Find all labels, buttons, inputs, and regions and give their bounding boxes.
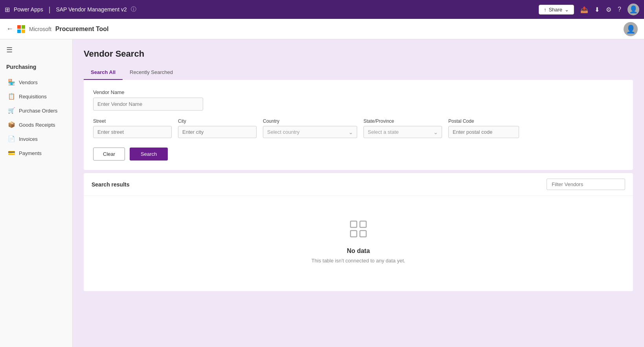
share-chevron-icon: ⌄ bbox=[565, 7, 569, 13]
topbar-app-name: SAP Vendor Management v2 bbox=[56, 6, 127, 13]
download-icon[interactable]: ⬇ bbox=[594, 6, 600, 13]
sidebar-item-label: Invoices bbox=[19, 136, 38, 142]
street-input[interactable] bbox=[93, 126, 172, 138]
search-button[interactable]: Search bbox=[130, 148, 168, 161]
purchase-orders-icon: 🛒 bbox=[8, 107, 15, 114]
sidebar-item-payments[interactable]: 💳 Payments bbox=[2, 146, 71, 160]
share-icon: ↑ bbox=[544, 7, 547, 13]
appbar-avatar[interactable]: 👤 bbox=[624, 22, 638, 36]
requisitions-icon: 📋 bbox=[8, 93, 15, 100]
sidebar-item-label: Vendors bbox=[19, 79, 38, 85]
clear-button[interactable]: Clear bbox=[93, 148, 125, 161]
results-section: Search results No data This table isn't … bbox=[84, 173, 633, 291]
appbar: ← Microsoft Procurement Tool 👤 bbox=[0, 19, 644, 39]
back-button[interactable]: ← bbox=[6, 25, 13, 33]
state-label: State/Province bbox=[363, 118, 442, 124]
svg-rect-0 bbox=[350, 221, 357, 227]
layout: ☰ Purchasing 🏪 Vendors 📋 Requisitions 🛒 … bbox=[0, 39, 644, 347]
no-data-title: No data bbox=[347, 247, 370, 255]
app-title: Procurement Tool bbox=[55, 26, 109, 33]
state-field-group: State/Province Select a state bbox=[363, 118, 442, 138]
payments-icon: 💳 bbox=[8, 150, 15, 157]
apps-icon[interactable]: ⊞ bbox=[5, 6, 10, 13]
state-select[interactable]: Select a state bbox=[363, 126, 442, 138]
results-header: Search results bbox=[84, 173, 633, 196]
sidebar-item-label: Payments bbox=[19, 150, 42, 156]
country-label: Country bbox=[263, 118, 357, 124]
sidebar-item-goods-receipts[interactable]: 📦 Goods Receipts bbox=[2, 118, 71, 131]
no-data-subtitle: This table isn't connected to any data y… bbox=[312, 258, 405, 264]
sidebar-item-requisitions[interactable]: 📋 Requisitions bbox=[2, 90, 71, 103]
search-card: Vendor Name Street City Country Select c… bbox=[84, 80, 633, 170]
sidebar-item-purchase-orders[interactable]: 🛒 Purchase Orders bbox=[2, 104, 71, 117]
microsoft-logo bbox=[17, 25, 25, 33]
share-label: Share bbox=[549, 7, 562, 13]
tabs: Search All Recently Searched bbox=[84, 66, 633, 80]
settings-icon[interactable]: ⚙ bbox=[606, 6, 611, 13]
buttons-row: Clear Search bbox=[93, 148, 624, 161]
info-icon[interactable]: ⓘ bbox=[131, 6, 136, 13]
send-icon[interactable]: 📤 bbox=[580, 6, 588, 13]
postal-label: Postal Code bbox=[448, 118, 519, 124]
microsoft-text: Microsoft bbox=[29, 26, 51, 32]
svg-rect-1 bbox=[360, 221, 366, 227]
street-field-group: Street bbox=[93, 118, 172, 138]
svg-rect-3 bbox=[360, 231, 366, 237]
filter-vendors-input[interactable] bbox=[547, 179, 625, 190]
postal-input[interactable] bbox=[448, 126, 519, 138]
tab-recently-searched[interactable]: Recently Searched bbox=[123, 66, 180, 80]
topbar-left: ⊞ Power Apps | SAP Vendor Management v2 … bbox=[5, 6, 136, 14]
vendor-name-label: Vendor Name bbox=[93, 89, 624, 95]
share-button[interactable]: ↑ Share ⌄ bbox=[539, 5, 574, 15]
tab-search-all[interactable]: Search All bbox=[84, 66, 123, 80]
street-label: Street bbox=[93, 118, 172, 124]
city-field-group: City bbox=[178, 118, 257, 138]
postal-field-group: Postal Code bbox=[448, 118, 519, 138]
sidebar-item-label: Requisitions bbox=[19, 94, 47, 100]
help-icon[interactable]: ? bbox=[618, 6, 621, 13]
state-select-wrapper: Select a state bbox=[363, 126, 442, 138]
power-apps-label: Power Apps bbox=[14, 6, 43, 13]
goods-receipts-icon: 📦 bbox=[8, 121, 15, 128]
sidebar-section-title: Purchasing bbox=[0, 61, 72, 75]
country-field-group: Country Select country bbox=[263, 118, 357, 138]
results-title: Search results bbox=[92, 181, 130, 188]
sidebar-item-label: Purchase Orders bbox=[19, 108, 57, 114]
sidebar-item-invoices[interactable]: 📄 Invoices bbox=[2, 132, 71, 146]
svg-rect-2 bbox=[350, 231, 357, 237]
city-label: City bbox=[178, 118, 257, 124]
no-data-area: No data This table isn't connected to an… bbox=[84, 196, 633, 279]
sidebar: ☰ Purchasing 🏪 Vendors 📋 Requisitions 🛒 … bbox=[0, 39, 73, 347]
topbar-right: ↑ Share ⌄ 📤 ⬇ ⚙ ? 👤 bbox=[539, 4, 639, 15]
sidebar-item-label: Goods Receipts bbox=[19, 122, 55, 128]
sidebar-item-vendors[interactable]: 🏪 Vendors bbox=[2, 76, 71, 89]
invoices-icon: 📄 bbox=[8, 135, 15, 142]
vendor-name-input[interactable] bbox=[93, 98, 203, 111]
address-row: Street City Country Select country bbox=[93, 118, 624, 138]
topbar: ⊞ Power Apps | SAP Vendor Management v2 … bbox=[0, 0, 644, 19]
no-data-grid-icon bbox=[349, 220, 368, 242]
country-select[interactable]: Select country bbox=[263, 126, 357, 138]
appbar-left: ← Microsoft Procurement Tool bbox=[6, 25, 109, 33]
topbar-divider: | bbox=[49, 6, 51, 14]
main-content: Vendor Search Search All Recently Search… bbox=[73, 39, 644, 347]
country-select-wrapper: Select country bbox=[263, 126, 357, 138]
hamburger-icon[interactable]: ☰ bbox=[0, 46, 72, 61]
vendors-icon: 🏪 bbox=[8, 79, 15, 86]
user-avatar[interactable]: 👤 bbox=[627, 4, 639, 15]
page-title: Vendor Search bbox=[84, 49, 633, 59]
city-input[interactable] bbox=[178, 126, 257, 138]
